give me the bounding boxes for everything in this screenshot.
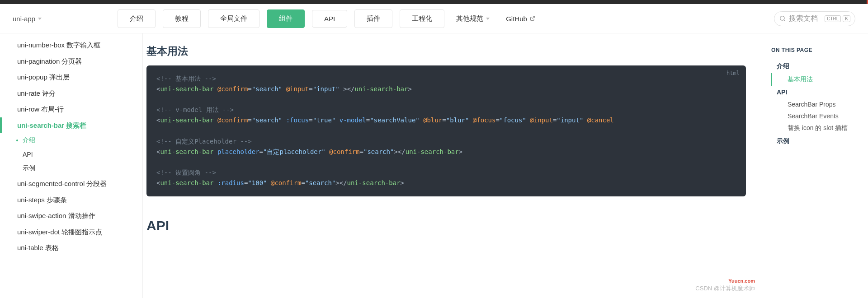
dot-icon	[16, 140, 18, 141]
toc-title: ON THIS PAGE	[771, 47, 861, 53]
brand-label: uni-app	[13, 15, 35, 23]
nav-other[interactable]: 其他规范	[452, 14, 494, 23]
sidebar-item-search-bar[interactable]: uni-search-bar 搜索栏	[0, 117, 142, 134]
nav-global[interactable]: 全局文件	[208, 9, 259, 28]
window-topbar	[0, 0, 868, 4]
nav-component[interactable]: 组件	[267, 9, 305, 28]
watermark-csdn: CSDN @计算机魔术师	[695, 284, 755, 293]
sidebar-sub-intro[interactable]: 介绍	[0, 133, 142, 148]
top-nav: uni-app 介绍 教程 全局文件 组件 API 插件 工程化 其他规范 Gi…	[0, 4, 868, 33]
code-block[interactable]: html <!-- 基本用法 --> <uni-search-bar @conf…	[146, 65, 746, 196]
nav-github[interactable]: GitHub	[501, 15, 540, 23]
main-content: 基本用法 html <!-- 基本用法 --> <uni-search-bar …	[143, 33, 764, 298]
nav-plugin[interactable]: 插件	[354, 9, 392, 28]
svg-line-0	[532, 17, 535, 19]
nav-engineering[interactable]: 工程化	[400, 9, 444, 28]
nav-intro[interactable]: 介绍	[118, 9, 156, 28]
kbd-k: K	[843, 15, 850, 22]
toc-heading[interactable]: API	[771, 86, 861, 98]
search-icon	[779, 15, 786, 22]
sidebar-item[interactable]: uni-rate 评分	[0, 85, 142, 102]
nav-api[interactable]: API	[312, 10, 347, 28]
search-input[interactable]: 搜索文档 CTRL K	[774, 11, 855, 26]
sidebar-item[interactable]: uni-segmented-control 分段器	[0, 176, 142, 192]
sidebar-item[interactable]: uni-swiper-dot 轮播图指示点	[0, 224, 142, 240]
nav-github-label: GitHub	[506, 15, 527, 23]
sidebar-item[interactable]: uni-number-box 数字输入框	[0, 37, 142, 53]
sidebar-sub-api[interactable]: API	[0, 148, 142, 161]
toc-heading[interactable]: 示例	[771, 135, 861, 148]
kbd-ctrl: CTRL	[825, 15, 841, 22]
caret-down-icon	[486, 18, 490, 20]
sidebar-item[interactable]: uni-swipe-action 滑动操作	[0, 208, 142, 224]
sidebar-item[interactable]: uni-pagination 分页器	[0, 53, 142, 70]
search-placeholder: 搜索文档	[789, 14, 823, 23]
nav-items: 介绍 教程 全局文件 组件 API 插件 工程化 其他规范 GitHub	[118, 9, 540, 28]
watermark-yuucn: Yuucn.com	[728, 278, 755, 284]
sidebar-item[interactable]: uni-row 布局-行	[0, 101, 142, 117]
sidebar-sub-example[interactable]: 示例	[0, 161, 142, 176]
svg-point-1	[780, 16, 784, 20]
section-heading: 基本用法	[146, 44, 746, 58]
sidebar-item[interactable]: uni-popup 弹出层	[0, 69, 142, 85]
svg-line-2	[784, 20, 785, 21]
nav-tutorial[interactable]: 教程	[163, 9, 201, 28]
toc-item[interactable]: 替换 icon 的 slot 插槽	[771, 122, 861, 135]
sidebar[interactable]: uni-number-box 数字输入框 uni-pagination 分页器 …	[0, 33, 143, 298]
brand-dropdown[interactable]: uni-app	[13, 15, 118, 23]
code-content: <!-- 基本用法 --> <uni-search-bar @confirm="…	[156, 74, 736, 188]
sidebar-item[interactable]: uni-steps 步骤条	[0, 192, 142, 208]
api-heading: API	[146, 218, 746, 233]
code-language-label: html	[726, 69, 740, 78]
sidebar-item[interactable]: uni-table 表格	[0, 240, 142, 256]
toc-item[interactable]: SearchBar Props	[771, 98, 861, 110]
table-of-contents: ON THIS PAGE 介绍 基本用法 API SearchBar Props…	[764, 33, 868, 298]
toc-item[interactable]: SearchBar Events	[771, 110, 861, 122]
toc-heading[interactable]: 介绍	[771, 60, 861, 73]
nav-other-label: 其他规范	[456, 14, 483, 23]
caret-down-icon	[38, 18, 42, 20]
toc-item-basic[interactable]: 基本用法	[771, 73, 861, 86]
external-link-icon	[530, 16, 535, 21]
